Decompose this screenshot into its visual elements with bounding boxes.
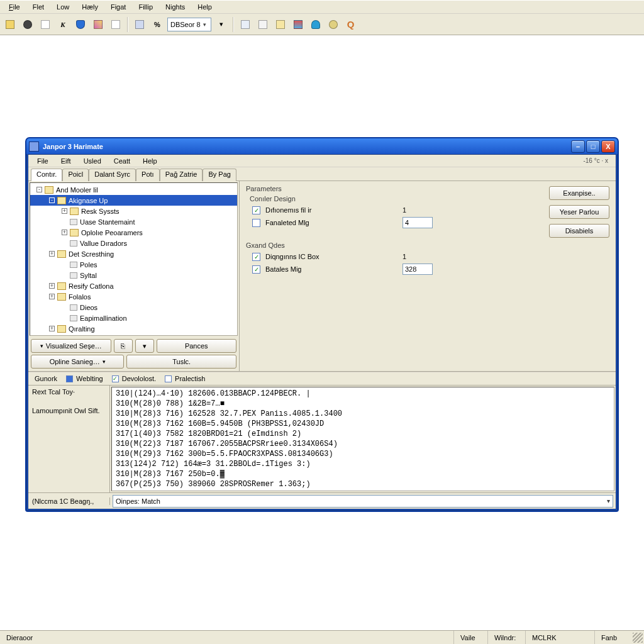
lens-icon[interactable]: [20, 17, 35, 32]
visual-set-button[interactable]: Visualized Seşe…: [31, 339, 111, 353]
tree-row[interactable]: +Resk Syssts: [30, 206, 237, 216]
doc2-icon[interactable]: [108, 17, 123, 32]
tree-row[interactable]: Poles: [30, 259, 237, 270]
tab-2[interactable]: Dalant Syrc: [89, 169, 136, 181]
eampise-button[interactable]: Exanpise..: [549, 186, 609, 200]
zoom-plus-icon[interactable]: [238, 17, 253, 32]
chk-g2-1[interactable]: ✓: [252, 265, 260, 274]
menu-nights[interactable]: Nights: [160, 2, 190, 12]
child-menu-file[interactable]: File: [32, 156, 53, 166]
tree-row[interactable]: Uase Stantemaint: [30, 216, 237, 227]
close-button[interactable]: X: [601, 140, 615, 153]
tag-icon: [70, 304, 77, 311]
chk-g2-0[interactable]: ✓: [252, 253, 260, 261]
resize-grip-icon[interactable]: [633, 633, 643, 643]
wand-icon[interactable]: [91, 17, 106, 32]
tree[interactable]: -And Mooler lil-Akignase Up+Resk SysstsU…: [30, 182, 238, 336]
lbl-g2-0: Diqngınns IC Box: [265, 253, 397, 260]
tree-row[interactable]: +Qıralting: [30, 323, 237, 334]
tree-row[interactable]: Dieos: [30, 302, 237, 313]
search-icon[interactable]: Q: [343, 17, 358, 32]
logtab-weblting[interactable]: Weblting: [66, 375, 103, 382]
child-menu-usled[interactable]: Usled: [79, 156, 106, 166]
lbl-g2-1: Batales Mig: [265, 265, 397, 273]
toolbar-icon-1[interactable]: [3, 17, 18, 32]
chk-g1-0[interactable]: ✓: [252, 206, 260, 214]
child-menu-help[interactable]: Help: [138, 156, 162, 166]
status-fanb: Fanb: [595, 631, 633, 644]
logtab-gunork[interactable]: Gunork: [35, 375, 57, 382]
menu-fillip[interactable]: Fillip: [133, 2, 158, 12]
tree-row[interactable]: Eapimallination: [30, 313, 237, 323]
tree-label: Qıralting: [69, 325, 95, 333]
tab-1[interactable]: Poicl: [62, 169, 89, 181]
pances-button[interactable]: Pances: [157, 339, 237, 353]
menu-help[interactable]: Help: [192, 2, 217, 12]
tree-row[interactable]: +Resify Catlona: [30, 280, 237, 291]
tree-row[interactable]: Vallue Dıradors: [30, 238, 237, 248]
tab-4[interactable]: Pağ Zatrie: [160, 169, 203, 181]
logtab-pralectish[interactable]: Pralectish: [165, 375, 205, 382]
twisty-icon[interactable]: +: [49, 326, 55, 331]
child-menubar: File Eift Usled Ceatt Help -16 °c · x: [28, 155, 616, 167]
dropdown-icon[interactable]: ▾: [214, 17, 229, 32]
tree-row[interactable]: +Folalos: [30, 291, 237, 302]
yeser-button[interactable]: Yeser Parlou: [549, 205, 609, 219]
twisty-icon[interactable]: +: [62, 230, 67, 235]
log-output[interactable]: 310|(l24)…4·10) 182606.013BBACP.124PBECR…: [111, 387, 614, 491]
menu-figat[interactable]: Figat: [106, 2, 131, 12]
chk-g1-1[interactable]: [252, 219, 260, 227]
tree-row[interactable]: Syltal: [30, 270, 237, 280]
grid-icon[interactable]: [132, 17, 147, 32]
doc-icon[interactable]: [38, 17, 53, 32]
export-btn[interactable]: ⎘: [114, 339, 133, 353]
log-left-amount: Lamoumpınit Owl Sift.: [32, 407, 106, 414]
twisty-icon[interactable]: +: [49, 251, 55, 257]
twisty-icon: [62, 219, 67, 225]
twisty-icon[interactable]: -: [49, 197, 55, 203]
tree-panel: -And Mooler lil-Akignase Up+Resk SysstsU…: [28, 181, 240, 371]
pin2-icon[interactable]: [308, 17, 323, 32]
gear-icon[interactable]: [326, 17, 341, 32]
tree-label: Poles: [80, 261, 97, 269]
menu-haly[interactable]: Hæly: [77, 2, 103, 12]
bold-k-icon[interactable]: K: [55, 17, 70, 32]
bottom-combo[interactable]: Oinpes: Match▾: [113, 495, 613, 508]
form-icon[interactable]: [255, 17, 270, 32]
disabiels-button[interactable]: Disabiels: [549, 224, 609, 238]
dropdown-btn[interactable]: ▾: [135, 339, 154, 353]
child-menu-eift[interactable]: Eift: [56, 156, 76, 166]
tab-3[interactable]: Potı: [136, 169, 160, 181]
tree-row[interactable]: +Oplolıe Peoaramers: [30, 227, 237, 238]
tuslc-button[interactable]: Tuslc.: [126, 355, 236, 369]
tab-0[interactable]: Contır.: [31, 169, 62, 181]
menu-flet[interactable]: Flet: [28, 2, 49, 12]
pin-icon[interactable]: [73, 17, 88, 32]
menu-low[interactable]: Low: [52, 2, 74, 12]
opline-button[interactable]: Opline Sanieg…: [31, 355, 124, 369]
child-menu-ceatt[interactable]: Ceatt: [109, 156, 135, 166]
input-g2-1[interactable]: [402, 264, 433, 275]
tree-label: Syltal: [80, 272, 97, 279]
minimize-button[interactable]: –: [571, 140, 585, 153]
tab-5[interactable]: By Pag: [203, 169, 236, 181]
menu-file[interactable]: FFileile: [4, 2, 25, 12]
tree-row[interactable]: +Det Scresthing: [30, 248, 237, 259]
twisty-icon[interactable]: +: [49, 283, 55, 289]
percent-icon[interactable]: %: [150, 17, 165, 32]
twisty-icon[interactable]: +: [62, 208, 67, 214]
sort-icon[interactable]: [291, 17, 306, 32]
tree-row[interactable]: -Akignase Up: [30, 195, 237, 206]
toolbar-combo[interactable]: DBSeor 8▾: [167, 18, 211, 31]
folder-icon: [45, 186, 53, 194]
maximize-button[interactable]: □: [586, 140, 600, 153]
twisty-icon[interactable]: -: [36, 187, 42, 192]
folder-icon[interactable]: [273, 17, 288, 32]
tree-row[interactable]: -And Mooler lil: [30, 184, 237, 195]
twisty-icon[interactable]: +: [49, 294, 55, 299]
logtab-devololost[interactable]: ✓Devololost.: [112, 375, 156, 382]
titlebar[interactable]: Janpor 3 Harimate – □ X: [26, 138, 618, 154]
square-icon: [66, 375, 73, 382]
input-g1-1[interactable]: [402, 217, 433, 228]
tree-label: Dieos: [80, 304, 97, 311]
